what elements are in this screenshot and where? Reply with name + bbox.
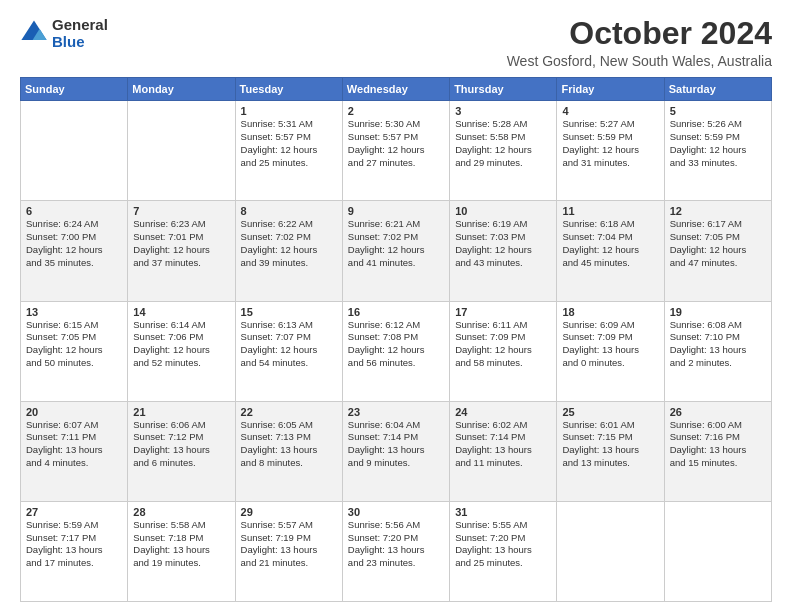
day-content-line: and 6 minutes.	[133, 457, 229, 470]
day-content-line: Sunset: 7:06 PM	[133, 331, 229, 344]
day-number: 24	[455, 406, 551, 418]
day-content-line: Sunrise: 6:13 AM	[241, 319, 337, 332]
main-title: October 2024	[507, 16, 772, 51]
day-content-line: Sunset: 5:57 PM	[348, 131, 444, 144]
day-number: 25	[562, 406, 658, 418]
calendar-cell: 5Sunrise: 5:26 AMSunset: 5:59 PMDaylight…	[664, 101, 771, 201]
day-content-line: Daylight: 12 hours	[562, 144, 658, 157]
calendar-header-row: SundayMondayTuesdayWednesdayThursdayFrid…	[21, 78, 772, 101]
day-content-line: Sunset: 7:12 PM	[133, 431, 229, 444]
day-content-line: and 52 minutes.	[133, 357, 229, 370]
calendar-cell: 26Sunrise: 6:00 AMSunset: 7:16 PMDayligh…	[664, 401, 771, 501]
calendar-cell: 4Sunrise: 5:27 AMSunset: 5:59 PMDaylight…	[557, 101, 664, 201]
calendar-cell: 14Sunrise: 6:14 AMSunset: 7:06 PMDayligh…	[128, 301, 235, 401]
day-content-line: and 2 minutes.	[670, 357, 766, 370]
calendar-cell: 22Sunrise: 6:05 AMSunset: 7:13 PMDayligh…	[235, 401, 342, 501]
day-number: 26	[670, 406, 766, 418]
day-content-line: Daylight: 13 hours	[455, 444, 551, 457]
day-content-line: and 33 minutes.	[670, 157, 766, 170]
calendar-header-thursday: Thursday	[450, 78, 557, 101]
day-content-line: Daylight: 12 hours	[670, 244, 766, 257]
day-content-line: Sunset: 7:00 PM	[26, 231, 122, 244]
calendar-cell: 1Sunrise: 5:31 AMSunset: 5:57 PMDaylight…	[235, 101, 342, 201]
day-content-line: and 25 minutes.	[241, 157, 337, 170]
day-content-line: Sunset: 7:05 PM	[670, 231, 766, 244]
day-content-line: Sunset: 7:11 PM	[26, 431, 122, 444]
day-content-line: Daylight: 12 hours	[133, 344, 229, 357]
day-number: 8	[241, 205, 337, 217]
day-content-line: Daylight: 12 hours	[455, 144, 551, 157]
day-content-line: and 50 minutes.	[26, 357, 122, 370]
day-content-line: Sunset: 7:14 PM	[455, 431, 551, 444]
day-content-line: Daylight: 12 hours	[241, 344, 337, 357]
day-content-line: Sunset: 7:09 PM	[562, 331, 658, 344]
day-content-line: Sunrise: 6:02 AM	[455, 419, 551, 432]
day-content-line: Sunset: 5:57 PM	[241, 131, 337, 144]
day-content-line: Sunrise: 5:58 AM	[133, 519, 229, 532]
day-content-line: and 41 minutes.	[348, 257, 444, 270]
calendar-cell: 30Sunrise: 5:56 AMSunset: 7:20 PMDayligh…	[342, 501, 449, 601]
day-content-line: and 31 minutes.	[562, 157, 658, 170]
day-content-line: Sunrise: 6:01 AM	[562, 419, 658, 432]
day-content-line: Daylight: 13 hours	[670, 444, 766, 457]
day-content-line: and 27 minutes.	[348, 157, 444, 170]
day-number: 4	[562, 105, 658, 117]
day-number: 20	[26, 406, 122, 418]
day-content-line: Sunrise: 5:55 AM	[455, 519, 551, 532]
calendar-week-row: 1Sunrise: 5:31 AMSunset: 5:57 PMDaylight…	[21, 101, 772, 201]
day-content-line: and 13 minutes.	[562, 457, 658, 470]
day-content-line: Daylight: 13 hours	[670, 344, 766, 357]
day-content-line: Sunrise: 5:31 AM	[241, 118, 337, 131]
day-number: 15	[241, 306, 337, 318]
day-number: 28	[133, 506, 229, 518]
calendar-cell: 9Sunrise: 6:21 AMSunset: 7:02 PMDaylight…	[342, 201, 449, 301]
day-content-line: and 23 minutes.	[348, 557, 444, 570]
day-number: 12	[670, 205, 766, 217]
day-content-line: Sunset: 7:05 PM	[26, 331, 122, 344]
calendar-cell: 20Sunrise: 6:07 AMSunset: 7:11 PMDayligh…	[21, 401, 128, 501]
day-content-line: Daylight: 13 hours	[562, 344, 658, 357]
day-content-line: Daylight: 13 hours	[455, 544, 551, 557]
day-content-line: Sunrise: 6:24 AM	[26, 218, 122, 231]
day-content-line: Sunset: 7:20 PM	[455, 532, 551, 545]
day-content-line: Sunset: 7:16 PM	[670, 431, 766, 444]
day-content-line: Sunrise: 6:12 AM	[348, 319, 444, 332]
day-content-line: Sunset: 7:10 PM	[670, 331, 766, 344]
day-content-line: Sunrise: 6:15 AM	[26, 319, 122, 332]
day-content-line: Sunrise: 5:28 AM	[455, 118, 551, 131]
day-content-line: Sunrise: 5:30 AM	[348, 118, 444, 131]
day-content-line: and 39 minutes.	[241, 257, 337, 270]
calendar: SundayMondayTuesdayWednesdayThursdayFrid…	[20, 77, 772, 602]
day-number: 7	[133, 205, 229, 217]
day-content-line: Sunset: 7:07 PM	[241, 331, 337, 344]
calendar-cell: 27Sunrise: 5:59 AMSunset: 7:17 PMDayligh…	[21, 501, 128, 601]
day-content-line: and 8 minutes.	[241, 457, 337, 470]
day-number: 1	[241, 105, 337, 117]
day-content-line: and 54 minutes.	[241, 357, 337, 370]
day-number: 29	[241, 506, 337, 518]
day-content-line: and 9 minutes.	[348, 457, 444, 470]
day-content-line: Sunset: 7:20 PM	[348, 532, 444, 545]
day-number: 16	[348, 306, 444, 318]
day-content-line: Sunrise: 6:19 AM	[455, 218, 551, 231]
day-content-line: Sunset: 7:13 PM	[241, 431, 337, 444]
day-content-line: Daylight: 13 hours	[241, 444, 337, 457]
logo: General Blue	[20, 16, 108, 50]
logo-icon	[20, 19, 48, 47]
day-content-line: Daylight: 12 hours	[670, 144, 766, 157]
calendar-cell: 17Sunrise: 6:11 AMSunset: 7:09 PMDayligh…	[450, 301, 557, 401]
day-content-line: Sunrise: 6:04 AM	[348, 419, 444, 432]
day-number: 5	[670, 105, 766, 117]
day-content-line: Sunset: 7:03 PM	[455, 231, 551, 244]
day-content-line: and 15 minutes.	[670, 457, 766, 470]
day-content-line: Daylight: 13 hours	[562, 444, 658, 457]
day-content-line: Sunset: 7:19 PM	[241, 532, 337, 545]
day-content-line: Sunrise: 6:11 AM	[455, 319, 551, 332]
day-number: 19	[670, 306, 766, 318]
calendar-header-wednesday: Wednesday	[342, 78, 449, 101]
calendar-cell: 29Sunrise: 5:57 AMSunset: 7:19 PMDayligh…	[235, 501, 342, 601]
calendar-cell: 31Sunrise: 5:55 AMSunset: 7:20 PMDayligh…	[450, 501, 557, 601]
day-content-line: Daylight: 13 hours	[26, 544, 122, 557]
day-content-line: and 56 minutes.	[348, 357, 444, 370]
day-content-line: Daylight: 13 hours	[26, 444, 122, 457]
